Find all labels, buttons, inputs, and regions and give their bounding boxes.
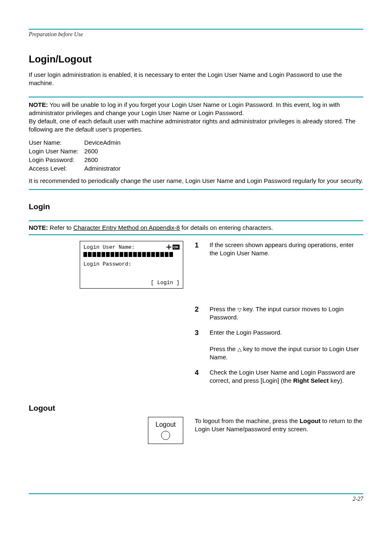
up-triangle-icon: △ — [238, 346, 242, 353]
logout-text-a: To logout from the machine, press the — [195, 417, 300, 424]
logout-key-label: Logout — [156, 421, 176, 428]
step-1: 1If the screen shown appears during oper… — [195, 241, 363, 258]
login-step-1-row: Login User Name: OK Login Password: [ Lo… — [29, 241, 363, 289]
logout-row: Logout To logout from the machine, press… — [29, 417, 363, 444]
prop-key: Login Password: — [29, 155, 84, 164]
note-text-3: It is recommended to periodically change… — [29, 177, 363, 185]
note-box-2: NOTE: Refer to Character Entry Method on… — [29, 220, 363, 235]
prop-key: User Name: — [29, 138, 84, 147]
step-2-text: Press the ▽ key. The input cursor moves … — [210, 305, 344, 321]
note-box-1: NOTE: You will be unable to log in if yo… — [29, 97, 363, 190]
screen-fn-right: [ Login ] — [151, 280, 180, 286]
lcd-screen: Login User Name: OK Login Password: [ Lo… — [80, 241, 183, 289]
screen-password-label: Login Password: — [83, 261, 180, 267]
prop-val: 2600 — [84, 147, 98, 155]
screen-title: Login User Name: — [83, 244, 135, 250]
note2-post: for details on entering characters. — [180, 224, 273, 231]
default-user-properties: User Name:DeviceAdmin Login User Name:26… — [29, 138, 363, 173]
prop-key: Login User Name: — [29, 147, 84, 155]
note2-pre: Refer to — [50, 224, 74, 231]
dpad-icon — [166, 244, 172, 250]
prop-val: DeviceAdmin — [84, 138, 120, 147]
page-title: Login/Logout — [29, 53, 363, 65]
step-4: 4 Check the Login User Name and Login Pa… — [195, 368, 363, 385]
note-label-2: NOTE: — [29, 224, 48, 231]
footer: 2-27 — [29, 493, 363, 502]
note-text-2: By default, one of each default user wit… — [29, 117, 363, 134]
prop-key: Access Level: — [29, 164, 84, 173]
logout-key-illustration: Logout — [148, 417, 183, 444]
login-user-name-entry — [83, 252, 180, 258]
ok-icon: OK — [166, 244, 180, 250]
prop-val: 2600 — [84, 155, 98, 164]
note-label: NOTE: — [29, 101, 48, 108]
login-heading: Login — [29, 202, 363, 211]
ok-badge: OK — [173, 245, 180, 250]
step-3: 3 Enter the Login Password.Press the △ k… — [195, 328, 363, 362]
down-triangle-icon: ▽ — [238, 306, 242, 314]
note-line-1: NOTE: You will be unable to log in if yo… — [29, 101, 363, 118]
step-2: 2 Press the ▽ key. The input cursor move… — [195, 305, 363, 322]
header-rule — [29, 29, 363, 30]
page-number: 2-27 — [29, 496, 363, 502]
intro-text: If user login administration is enabled,… — [29, 71, 363, 88]
logout-text: To logout from the machine, press the Lo… — [195, 417, 363, 434]
step-1-text: If the screen shown appears during opera… — [210, 241, 354, 257]
step-4-text: Check the Login User Name and Login Pass… — [210, 369, 355, 384]
prop-val: Administrator — [84, 164, 120, 173]
logout-heading: Logout — [29, 404, 363, 413]
logout-text-b: Logout — [300, 417, 321, 424]
step-3-text: Enter the Login Password.Press the △ key… — [210, 329, 359, 361]
note-text-1: You will be unable to log in if you forg… — [29, 101, 340, 116]
running-head: Preparation before Use — [29, 31, 363, 38]
note2-link: Character Entry Method on Appendix-8 — [73, 224, 180, 231]
running-head-left: Preparation before Use — [29, 31, 83, 38]
footer-rule — [29, 493, 363, 494]
logout-key-icon — [161, 431, 170, 440]
login-steps-rest: 2 Press the ▽ key. The input cursor move… — [29, 305, 363, 391]
